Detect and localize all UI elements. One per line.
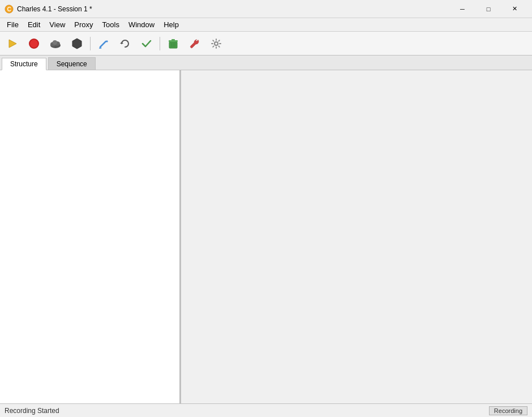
toolbar-separator-1 [90,37,91,50]
svg-text:C: C [7,6,11,12]
repeat-button[interactable] [115,34,135,53]
menu-tools[interactable]: Tools [98,18,124,31]
menu-bar: File Edit View Proxy Tools Window Help [0,18,532,32]
clear-button[interactable] [163,34,183,53]
menu-view[interactable]: View [45,18,70,31]
menu-help[interactable]: Help [159,18,183,31]
menu-edit[interactable]: Edit [23,18,45,31]
app-icon: C [5,5,14,14]
menu-window[interactable]: Window [124,18,159,31]
title-bar: C Charles 4.1 - Session 1 * ─ □ ✕ [0,0,532,18]
breakpoints-button[interactable] [67,34,87,53]
svg-point-6 [53,40,57,45]
hexagon-icon [71,38,83,49]
tabs-bar: Structure Sequence [0,56,532,70]
compose-button[interactable] [93,34,114,53]
left-pane [0,70,181,403]
status-bar: Recording Started Recording [0,403,532,417]
close-button[interactable]: ✕ [501,0,527,18]
menu-proxy[interactable]: Proxy [70,18,97,31]
cloud-icon [49,39,62,49]
svg-point-19 [214,42,218,45]
check-icon [141,39,152,49]
arrow-icon [7,39,18,49]
split-pane [0,70,532,403]
svg-marker-2 [9,40,16,48]
pencil-icon [98,39,109,49]
status-text: Recording Started [5,407,59,415]
recording-badge: Recording [489,406,527,415]
tools-button[interactable] [185,34,205,53]
start-stop-button[interactable] [2,34,23,53]
validate-button[interactable] [136,34,157,53]
tab-sequence[interactable]: Sequence [48,57,96,70]
gear-icon [211,39,221,49]
throttle-button[interactable] [45,34,66,53]
minimize-button[interactable]: ─ [449,0,475,18]
toolbar [0,32,532,56]
maximize-button[interactable]: □ [475,0,501,18]
title-bar-left: C Charles 4.1 - Session 1 * [5,5,92,14]
main-content: Structure Sequence [0,56,532,403]
record-icon [29,39,39,49]
trash-icon [168,38,178,49]
svg-rect-15 [171,39,175,41]
window-controls: ─ □ ✕ [449,0,527,18]
repeat-icon [120,39,130,49]
window-title: Charles 4.1 - Session 1 * [17,5,92,13]
wrench-icon [190,39,200,49]
svg-marker-7 [72,39,81,49]
toolbar-separator-2 [160,37,160,50]
right-pane [181,70,532,403]
menu-file[interactable]: File [2,18,23,31]
svg-line-8 [100,41,106,47]
settings-button[interactable] [206,34,226,53]
record-button[interactable] [24,34,44,53]
svg-marker-9 [106,40,108,42]
tab-structure[interactable]: Structure [2,58,46,70]
svg-marker-12 [120,42,123,44]
